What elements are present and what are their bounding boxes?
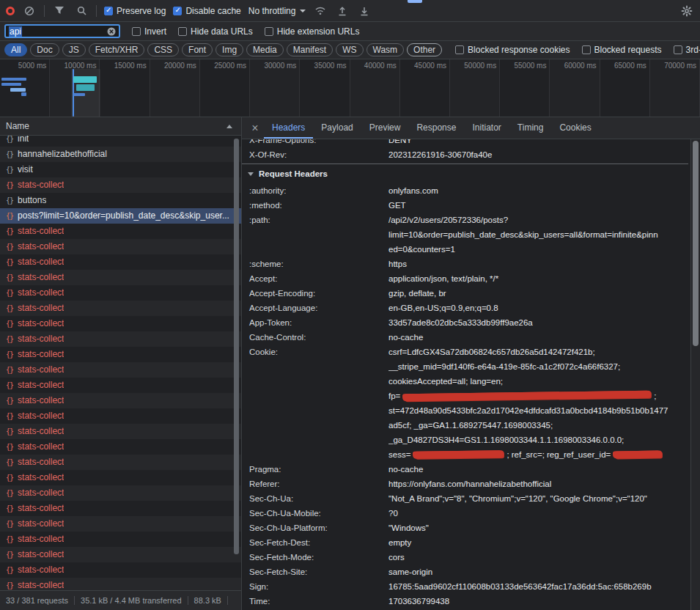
request-row[interactable]: {}stats-collect	[0, 362, 241, 378]
request-row[interactable]: {}stats-collect	[0, 547, 241, 562]
request-name: stats-collect	[18, 547, 64, 562]
request-row[interactable]: {}stats-collect	[0, 316, 241, 331]
filter-chip-doc[interactable]: Doc	[30, 43, 59, 56]
scroll-up-arrow-icon[interactable]	[226, 125, 232, 128]
header-row: Sec-Ch-Ua:"Not_A Brand";v="8", "Chromium…	[242, 491, 688, 506]
header-name: :path:	[242, 213, 388, 257]
header-name: Sec-Ch-Ua-Platform:	[242, 521, 388, 535]
network-filter-input[interactable]: api	[4, 24, 120, 38]
settings-gear-icon[interactable]	[679, 4, 694, 18]
filter-chip-media[interactable]: Media	[246, 43, 284, 56]
toolbar-divider	[44, 5, 45, 17]
preserve-log-checkbox[interactable]: Preserve log	[104, 6, 166, 16]
tab-response[interactable]: Response	[408, 117, 464, 139]
header-value: https	[388, 257, 688, 271]
request-name: hannahelizabethofficial	[18, 147, 107, 162]
fetch-icon: {}	[6, 193, 13, 208]
request-row[interactable]: {}stats-collect	[0, 408, 241, 424]
details-scrollbar[interactable]	[690, 139, 700, 610]
filter-icon[interactable]	[52, 4, 67, 18]
disable-cache-checkbox[interactable]: Disable cache	[173, 6, 240, 16]
request-name: stats-collect	[18, 331, 64, 347]
filter-chip-font[interactable]: Font	[182, 43, 213, 56]
hide-data-urls-checkbox[interactable]: Hide data URLs	[178, 26, 253, 37]
filter-chip-fetch-xhr[interactable]: Fetch/XHR	[89, 43, 145, 56]
header-name: :method:	[242, 198, 388, 213]
3rd-party-requests-checkbox[interactable]: 3rd-party requests	[674, 45, 700, 55]
tab-cookies[interactable]: Cookies	[551, 117, 599, 139]
request-row[interactable]: {}stats-collect	[0, 270, 241, 285]
waterfall-bar	[73, 93, 85, 96]
request-row[interactable]: {}init	[0, 136, 241, 147]
clear-network-log-icon[interactable]	[22, 4, 37, 18]
preserve-log-label: Preserve log	[117, 6, 166, 16]
fetch-icon: {}	[6, 270, 13, 285]
details-tab-bar: × HeadersPayloadPreviewResponseInitiator…	[242, 117, 700, 139]
header-value-line: ad5cf; _ga=GA1.1.689275447.1698003345;	[388, 418, 688, 433]
filter-chip-all[interactable]: All	[4, 43, 27, 56]
tab-preview[interactable]: Preview	[361, 117, 409, 139]
request-row[interactable]: {}posts?limit=10&order=publish_date_desc…	[0, 208, 241, 224]
filter-chip-img[interactable]: Img	[215, 43, 243, 56]
request-row[interactable]: {}stats-collect	[0, 378, 241, 393]
request-row[interactable]: {}stats-collect	[0, 485, 241, 501]
request-row[interactable]: {}stats-collect	[0, 331, 241, 347]
header-value: no-cache	[388, 462, 688, 477]
request-list-scrollbar[interactable]	[234, 137, 239, 589]
request-row[interactable]: {}buttons	[0, 193, 241, 208]
request-row[interactable]: {}stats-collect	[0, 254, 241, 270]
hide-extension-urls-checkbox[interactable]: Hide extension URLs	[265, 26, 360, 37]
filter-chip-ws[interactable]: WS	[336, 43, 363, 56]
request-row[interactable]: {}stats-collect	[0, 347, 241, 362]
search-icon[interactable]	[74, 4, 89, 18]
request-row[interactable]: {}stats-collect	[0, 285, 241, 301]
request-row[interactable]: {}hannahelizabethofficial	[0, 147, 241, 162]
name-column-header[interactable]: Name	[0, 117, 241, 136]
request-row[interactable]: {}stats-collect	[0, 424, 241, 439]
filter-chip-other[interactable]: Other	[407, 43, 442, 56]
request-row[interactable]: {}stats-collect	[0, 177, 241, 193]
request-name: stats-collect	[18, 177, 64, 193]
request-row[interactable]: {}stats-collect	[0, 455, 241, 470]
request-row[interactable]: {}stats-collect	[0, 224, 241, 239]
filter-chip-css[interactable]: CSS	[147, 43, 179, 56]
request-row[interactable]: {}stats-collect	[0, 470, 241, 485]
scrollbar-thumb[interactable]	[693, 141, 699, 346]
network-conditions-icon[interactable]	[313, 4, 328, 18]
request-name: stats-collect	[18, 254, 64, 270]
throttling-select[interactable]: No throttling	[248, 6, 306, 16]
chevron-down-icon	[300, 10, 306, 12]
header-value-line: https	[388, 257, 688, 271]
request-row[interactable]: {}stats-collect	[0, 239, 241, 254]
har-download-icon[interactable]	[357, 4, 372, 18]
request-row[interactable]: {}stats-collect	[0, 532, 241, 547]
header-value-line: application/json, text/plain, */*	[388, 271, 688, 286]
tab-headers[interactable]: Headers	[264, 117, 313, 139]
header-value: /api2/v2/users/20572336/posts?limit=10&o…	[388, 213, 688, 257]
clear-filter-icon[interactable]	[107, 27, 116, 36]
blocked-requests-checkbox[interactable]: Blocked requests	[582, 45, 662, 55]
close-icon[interactable]: ×	[246, 117, 264, 139]
filter-chip-manifest[interactable]: Manifest	[287, 43, 333, 56]
request-row[interactable]: {}stats-collect	[0, 439, 241, 455]
filter-chip-wasm[interactable]: Wasm	[366, 43, 405, 56]
type-filter-bar: AllDocJSFetch/XHRCSSFontImgMediaManifest…	[0, 41, 700, 59]
request-row[interactable]: {}stats-collect	[0, 578, 241, 590]
tab-payload[interactable]: Payload	[313, 117, 361, 139]
filter-chip-js[interactable]: JS	[62, 43, 86, 56]
request-row[interactable]: {}stats-collect	[0, 516, 241, 532]
record-button[interactable]	[6, 7, 15, 15]
tab-timing[interactable]: Timing	[509, 117, 552, 139]
request-headers-section-header[interactable]: Request Headers	[242, 164, 688, 183]
request-row[interactable]: {}stats-collect	[0, 562, 241, 578]
tab-initiator[interactable]: Initiator	[464, 117, 509, 139]
request-row[interactable]: {}stats-collect	[0, 301, 241, 316]
timeline-overview[interactable]: 5000 ms10000 ms15000 ms20000 ms25000 ms3…	[0, 59, 700, 117]
request-row[interactable]: {}stats-collect	[0, 393, 241, 408]
request-row[interactable]: {}stats-collect	[0, 501, 241, 516]
invert-checkbox[interactable]: Invert	[132, 26, 166, 37]
blocked-response-cookies-checkbox[interactable]: Blocked response cookies	[455, 45, 570, 55]
scrollbar-thumb[interactable]	[234, 139, 239, 554]
har-upload-icon[interactable]	[335, 4, 350, 18]
request-row[interactable]: {}visit	[0, 162, 241, 177]
